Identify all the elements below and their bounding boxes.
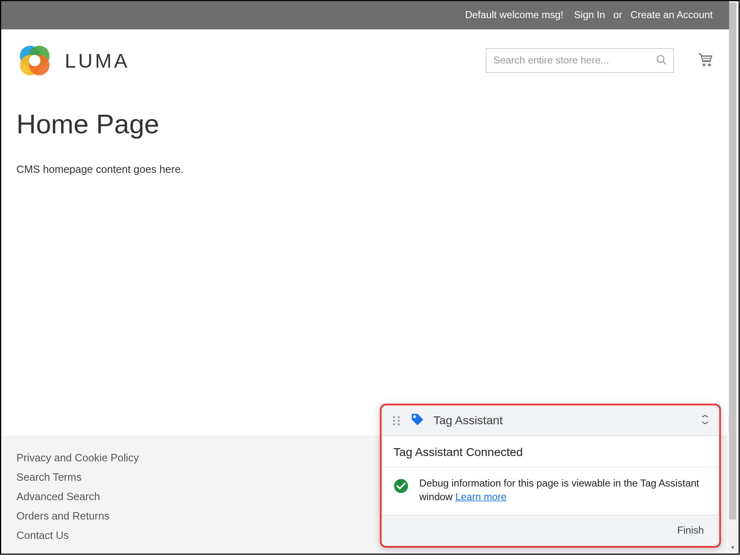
tag-assistant-footer: Finish <box>382 515 719 546</box>
cart-icon <box>696 60 714 70</box>
svg-point-17 <box>398 423 400 425</box>
main-content: Home Page CMS homepage content goes here… <box>1 97 729 436</box>
page-title: Home Page <box>17 108 714 140</box>
finish-button[interactable]: Finish <box>674 522 707 539</box>
scrollbar-thumb[interactable] <box>729 2 736 520</box>
svg-point-5 <box>657 55 664 62</box>
tag-assistant-message: Debug information for this page is viewa… <box>419 477 707 504</box>
svg-point-16 <box>393 423 395 425</box>
search <box>486 48 674 73</box>
top-bar: Default welcome msg! Sign In or Create a… <box>1 1 729 29</box>
search-input[interactable] <box>486 48 674 73</box>
svg-point-4 <box>29 55 40 66</box>
svg-point-13 <box>398 416 400 418</box>
svg-point-18 <box>413 415 416 418</box>
drag-handle-icon[interactable] <box>391 415 402 426</box>
svg-point-12 <box>393 416 395 418</box>
scrollbar[interactable]: ▴ ▾ <box>728 2 738 553</box>
search-button[interactable] <box>649 48 674 73</box>
scroll-down-arrow[interactable]: ▾ <box>728 543 738 553</box>
svg-point-14 <box>393 419 395 421</box>
sign-in-link[interactable]: Sign In <box>574 9 605 21</box>
create-account-link[interactable]: Create an Account <box>631 9 713 21</box>
browser-viewport: ▴ ▾ Default welcome msg! Sign In or Crea… <box>0 0 740 555</box>
brand-name: LUMA <box>65 49 130 72</box>
tag-icon <box>410 412 425 430</box>
learn-more-link[interactable]: Learn more <box>455 491 507 503</box>
tag-assistant-title: Tag Assistant <box>433 414 692 428</box>
search-icon <box>656 54 667 67</box>
svg-point-19 <box>394 479 408 493</box>
cms-content: CMS homepage content goes here. <box>17 163 714 176</box>
svg-point-11 <box>708 64 711 66</box>
header: LUMA <box>1 29 729 96</box>
logo-icon <box>17 43 53 79</box>
welcome-message: Default welcome msg! <box>465 9 563 21</box>
tag-assistant-body: Tag Assistant Connected Debug informatio… <box>382 436 719 515</box>
svg-line-6 <box>663 61 666 64</box>
cart-button[interactable] <box>696 50 714 70</box>
tag-assistant-message-row: Debug information for this page is viewa… <box>382 468 719 515</box>
tag-assistant-status: Tag Assistant Connected <box>382 446 719 468</box>
tag-assistant-popup: Tag Assistant Tag Assistant Connected <box>380 404 721 548</box>
tag-assistant-header: Tag Assistant <box>382 406 719 436</box>
collapse-button[interactable] <box>700 415 710 426</box>
check-circle-icon <box>394 478 409 496</box>
or-separator: or <box>613 9 622 21</box>
svg-point-10 <box>702 64 705 66</box>
logo[interactable]: LUMA <box>17 43 130 79</box>
svg-point-15 <box>398 419 400 421</box>
